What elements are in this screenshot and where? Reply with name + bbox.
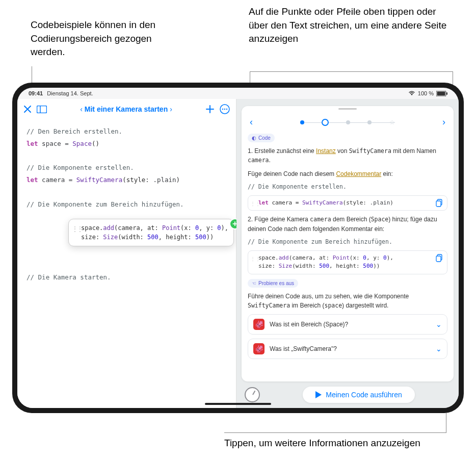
close-icon[interactable]: [23, 105, 32, 113]
chevron-down-icon: ⌄: [436, 319, 442, 330]
chevron-right-icon: ›: [170, 105, 172, 113]
code-id: camera =: [38, 176, 76, 184]
guide-text: 1. Erstelle zunächst eine Instanz von Sw…: [248, 146, 447, 165]
code-comment: // Die Komponente zum Bereich hinzufügen…: [27, 200, 184, 208]
run-label: Meinen Code ausführen: [326, 391, 402, 399]
page-dot[interactable]: [367, 120, 372, 124]
grabber-icon[interactable]: [338, 108, 357, 110]
callout-pages: Auf die Punkte oder Pfeile oben tippen o…: [249, 5, 453, 46]
add-icon[interactable]: [205, 105, 215, 114]
chevron-left-icon: ‹: [80, 105, 83, 113]
link-codecomment[interactable]: Codekommentar: [336, 170, 381, 177]
code-arg: (style:: [122, 176, 153, 184]
page-dot[interactable]: [346, 120, 350, 124]
drag-handle-icon: ⋮⋮: [250, 255, 260, 263]
code-close: ): [176, 176, 180, 184]
guide-text: Führe deinen Code aus, um zu sehen, wie …: [248, 292, 447, 310]
code-kw: let: [27, 140, 38, 147]
character-icon: 🦑: [253, 319, 265, 330]
code-snip: Point: [162, 224, 180, 232]
next-page-arrow[interactable]: ›: [440, 115, 447, 129]
code-snip: , height:: [158, 234, 195, 241]
guide-text: 2. Füge deine Kamera camera dem Bereich …: [248, 215, 447, 233]
try-badge: ☜Probiere es aus: [248, 279, 298, 288]
code-id: space =: [38, 140, 73, 147]
svg-point-8: [226, 109, 227, 110]
page-dot[interactable]: [300, 120, 304, 124]
code-enum: .plain: [153, 176, 176, 184]
badge-label: Code: [258, 134, 271, 142]
app-area: ‹ Mit einer Kamera starten › // Den Bere…: [17, 99, 459, 408]
code-snip: ),: [221, 224, 228, 232]
page-dot-star[interactable]: ☆: [389, 119, 395, 125]
code-snip: , y:: [199, 224, 217, 232]
code-sample-box[interactable]: ⋮⋮ space.add(camera, at: Point(x: 0, y: …: [248, 250, 447, 274]
drag-handle-icon: ⋮⋮: [250, 200, 260, 208]
prev-page-arrow[interactable]: ‹: [248, 115, 255, 129]
accordion-label: Was ist ein Bereich (Space)?: [270, 320, 348, 329]
more-icon[interactable]: [220, 104, 230, 114]
svg-rect-3: [37, 106, 47, 113]
code-snip: 500: [195, 234, 206, 241]
code-snip: (width:: [118, 234, 147, 241]
svg-point-6: [222, 109, 223, 110]
guide-pane: ‹ ☆ › ◐Code 1. Erstelle zunächst eine In…: [236, 99, 459, 408]
badge-label: Probiere es aus: [258, 279, 294, 287]
code-snip: Size: [103, 234, 118, 241]
speed-control[interactable]: [245, 387, 260, 402]
callout-tap-info: Tippen, um weitere Informationen anzuzei…: [224, 437, 420, 450]
callout-line: [250, 71, 453, 72]
code-snip: (camera, at:: [114, 224, 162, 232]
svg-rect-12: [436, 256, 441, 262]
accordion-swiftycamera[interactable]: 🦑 Was ist „SwiftyCamera"? ⌄: [248, 339, 447, 359]
link-instanz[interactable]: Instanz: [316, 147, 336, 155]
battery-icon: [436, 91, 447, 96]
guide-nav: ‹ ☆ ›: [248, 115, 447, 129]
code-snip: 0: [217, 224, 221, 232]
code-kw: let: [27, 176, 38, 184]
code-sample-box[interactable]: ⋮⋮ let camera = SwiftyCamera(style: .pla…: [248, 195, 447, 211]
code-snip: 500: [147, 234, 158, 241]
code-fn: Space: [72, 140, 92, 147]
copy-icon[interactable]: [436, 254, 444, 262]
svg-rect-2: [446, 92, 447, 95]
status-time: 09:41: [29, 90, 43, 96]
chevron-down-icon: ⌄: [436, 344, 442, 354]
callout-drag: Codebeispiele können in den Codierungsbe…: [31, 18, 168, 59]
page-title: Mit einer Kamera starten: [85, 105, 168, 113]
battery-text: 100 %: [418, 90, 434, 96]
code-snip: (x:: [180, 224, 195, 232]
ipad-frame: 09:41 Dienstag 14. Sept. 100 % ‹ Mit ein…: [12, 83, 464, 413]
page-dot-current[interactable]: [322, 119, 329, 126]
code-badge: ◐Code: [248, 134, 275, 142]
accordion-label: Was ist „SwiftyCamera"?: [270, 344, 337, 353]
code-snip: add: [103, 224, 114, 232]
svg-rect-1: [437, 91, 445, 95]
editor-toolbar: ‹ Mit einer Kamera starten ›: [17, 99, 236, 119]
code-snip: size:: [81, 234, 103, 241]
copy-icon[interactable]: [436, 199, 444, 207]
status-bar: 09:41 Dienstag 14. Sept. 100 %: [17, 88, 459, 99]
code-editor[interactable]: // Den Bereich erstellen. let space = Sp…: [17, 119, 236, 408]
draggable-code-snippet[interactable]: ⋮⋮ space.add(camera, at: Point(x: 0, y: …: [68, 219, 234, 246]
drag-handle-icon: ⋮⋮: [72, 224, 82, 234]
editor-pane: ‹ Mit einer Kamera starten › // Den Bere…: [17, 99, 236, 408]
run-code-button[interactable]: Meinen Code ausführen: [303, 387, 415, 403]
play-icon: [315, 391, 322, 398]
svg-point-7: [224, 109, 225, 110]
code-comment: // Den Bereich erstellen.: [27, 127, 122, 135]
code-comment: // Die Kamera starten.: [27, 273, 111, 281]
sidebar-icon[interactable]: [37, 106, 47, 113]
guide-footer: Meinen Code ausführen: [242, 381, 454, 408]
home-indicator[interactable]: [205, 403, 271, 405]
guide-panel: ‹ ☆ › ◐Code 1. Erstelle zunächst eine In…: [242, 106, 454, 381]
code-snip: )): [206, 234, 214, 241]
accordion-space[interactable]: 🦑 Was ist ein Bereich (Space)? ⌄: [248, 314, 447, 335]
status-date: Dienstag 14. Sept.: [47, 90, 93, 96]
character-icon: 🦑: [253, 343, 265, 354]
code-comment: // Die Komponente erstellen.: [27, 164, 134, 171]
guide-text: Füge deinen Code nach diesem Codekomment…: [248, 169, 447, 178]
swift-icon: ◐: [252, 134, 256, 142]
page-dots[interactable]: ☆: [300, 119, 395, 126]
page-title-nav[interactable]: ‹ Mit einer Kamera starten ›: [52, 105, 200, 113]
